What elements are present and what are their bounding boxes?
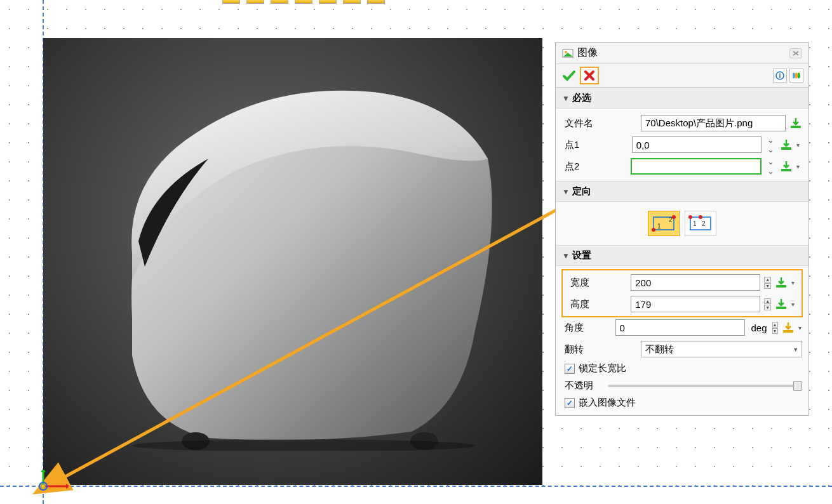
orient-horizontal-button[interactable]: 12: [685, 211, 716, 236]
svg-text:1: 1: [657, 223, 661, 230]
flip-select[interactable]: 不翻转 ▾: [641, 341, 802, 357]
height-spinner[interactable]: ▲ ▼: [764, 298, 771, 310]
spin-down-icon[interactable]: ▼: [764, 305, 771, 310]
dropdown-caret-icon[interactable]: ▾: [791, 279, 796, 286]
width-input[interactable]: [631, 274, 760, 291]
point2-expand-icon[interactable]: ⌄⌄: [765, 159, 776, 173]
image-properties-panel: 图像 i ▼ 必选 文件名 点1: [555, 42, 809, 416]
section-settings-label: 设置: [572, 249, 591, 262]
spin-up-icon[interactable]: ▲: [764, 298, 771, 304]
section-orient-header[interactable]: ▼ 定向: [556, 181, 809, 202]
lock-aspect-checkbox[interactable]: ✓: [565, 364, 575, 374]
section-settings-header[interactable]: ▼ 设置: [556, 245, 809, 266]
angle-input[interactable]: [615, 319, 745, 336]
confirm-button[interactable]: [561, 68, 577, 83]
dropdown-caret-icon[interactable]: ▾: [796, 163, 802, 170]
toolbar-icon[interactable]: [246, 0, 264, 4]
svg-rect-30: [776, 307, 786, 309]
dropdown-caret-icon[interactable]: ▾: [796, 142, 802, 149]
collapse-triangle-icon: ▼: [562, 94, 570, 103]
width-label: 宽度: [568, 277, 627, 289]
lock-aspect-label: 锁定长宽比: [579, 362, 626, 375]
filename-input[interactable]: [641, 115, 786, 131]
svg-text:i: i: [779, 72, 781, 79]
layers-button[interactable]: [789, 69, 803, 83]
flip-label: 翻转: [562, 343, 637, 355]
section-settings-body: 宽度 ▲ ▼ ▾ 高度 ▲ ▼: [556, 266, 809, 415]
svg-rect-16: [791, 126, 801, 128]
toolbar-icon[interactable]: [367, 0, 385, 4]
cancel-button[interactable]: [580, 67, 599, 84]
point2-input[interactable]: [631, 158, 762, 175]
download-angle-icon[interactable]: [782, 321, 795, 335]
section-required-header[interactable]: ▼ 必选: [556, 88, 809, 109]
axis-guide-horizontal: [0, 486, 832, 487]
download-width-icon[interactable]: [775, 275, 788, 289]
angle-unit: deg: [751, 322, 767, 333]
spin-down-icon[interactable]: ▼: [772, 328, 778, 334]
embed-image-checkbox[interactable]: ✓: [565, 398, 575, 408]
slider-thumb[interactable]: [793, 381, 802, 391]
flip-value: 不翻转: [645, 343, 674, 355]
toolbar-icon[interactable]: [343, 0, 361, 4]
section-orient-label: 定向: [572, 185, 591, 197]
spin-up-icon[interactable]: ▲: [764, 277, 771, 282]
spin-down-icon[interactable]: ▼: [764, 283, 771, 289]
height-label: 高度: [568, 298, 627, 310]
dropdown-caret-icon[interactable]: ▾: [798, 324, 802, 331]
svg-point-25: [688, 215, 692, 219]
collapse-triangle-icon: ▼: [562, 251, 570, 260]
download-point1-icon[interactable]: [780, 138, 793, 152]
point1-input[interactable]: [632, 136, 762, 153]
svg-point-20: [652, 228, 655, 232]
point1-label: 点1: [562, 139, 628, 151]
toolbar: [222, 0, 813, 5]
svg-point-26: [699, 215, 702, 219]
angle-label: 角度: [562, 322, 612, 334]
close-button[interactable]: [789, 48, 802, 58]
svg-text:1: 1: [693, 220, 697, 227]
svg-point-21: [672, 215, 676, 219]
svg-point-12: [565, 51, 567, 53]
section-orient-body: 12 12: [556, 202, 809, 245]
highlighted-settings-group: 宽度 ▲ ▼ ▾ 高度 ▲ ▼: [561, 269, 803, 317]
opacity-label: 不透明: [565, 380, 603, 392]
point1-expand-icon[interactable]: ⌄⌄: [765, 138, 777, 152]
svg-rect-18: [781, 169, 791, 171]
panel-title: 图像: [577, 46, 789, 60]
embed-image-label: 嵌入图像文件: [579, 397, 636, 409]
section-required-label: 必选: [572, 92, 591, 104]
toolbar-icon[interactable]: [222, 0, 240, 4]
panel-action-bar: i: [556, 64, 809, 88]
section-required-body: 文件名 点1 ⌄⌄ ▾ 点2 ⌄⌄ ▾: [556, 109, 809, 181]
download-filename-icon[interactable]: [789, 116, 802, 130]
svg-text:2: 2: [702, 220, 706, 227]
collapse-triangle-icon: ▼: [562, 187, 570, 196]
angle-spinner[interactable]: ▲ ▼: [772, 322, 778, 334]
info-button[interactable]: i: [773, 69, 787, 83]
dropdown-caret-icon[interactable]: ▾: [791, 301, 796, 308]
image-icon: [562, 48, 574, 59]
svg-rect-29: [776, 285, 786, 288]
reference-image[interactable]: [43, 38, 542, 485]
spin-up-icon[interactable]: ▲: [772, 322, 778, 328]
svg-rect-17: [781, 147, 791, 150]
opacity-slider[interactable]: [608, 385, 800, 387]
svg-rect-31: [783, 330, 793, 333]
toolbar-icon[interactable]: [271, 0, 288, 4]
download-height-icon[interactable]: [775, 297, 788, 311]
point2-label: 点2: [562, 161, 627, 173]
svg-text:2: 2: [669, 216, 673, 223]
chevron-down-icon: ▾: [794, 345, 798, 354]
toolbar-icon[interactable]: [295, 0, 312, 4]
toolbar-icon[interactable]: [319, 0, 337, 4]
width-spinner[interactable]: ▲ ▼: [764, 277, 771, 289]
filename-label: 文件名: [562, 117, 637, 129]
panel-header: 图像: [556, 43, 809, 64]
download-point2-icon[interactable]: [780, 159, 793, 173]
product-silhouette: [94, 76, 500, 451]
orient-diagonal-button[interactable]: 12: [648, 211, 680, 236]
height-input[interactable]: [631, 296, 760, 312]
